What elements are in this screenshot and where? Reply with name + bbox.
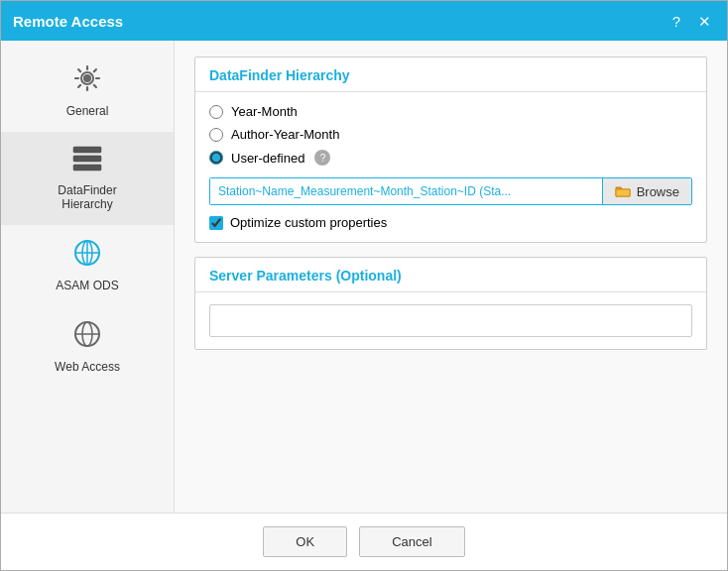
remote-access-dialog: Remote Access ? ✕ General — [0, 0, 728, 571]
main-content: DataFinder Hierarchy Year-Month Author-Y… — [175, 41, 727, 513]
radio-user-defined[interactable] — [209, 151, 223, 165]
radio-year-month[interactable] — [209, 105, 223, 119]
dialog-body: General DataFinderHierarchy — [1, 41, 727, 513]
optimize-label: Optimize custom properties — [230, 215, 387, 230]
hierarchy-radio-group: Year-Month Author-Year-Month User-define… — [209, 104, 692, 166]
svg-rect-4 — [73, 165, 101, 171]
svg-rect-2 — [73, 147, 101, 153]
server-params-body — [195, 292, 706, 349]
sidebar-webaccess-label: Web Access — [55, 360, 120, 374]
datafinder-panel: DataFinder Hierarchy Year-Month Author-Y… — [194, 57, 707, 243]
sidebar-item-general[interactable]: General — [1, 51, 174, 132]
datafinder-panel-body: Year-Month Author-Year-Month User-define… — [195, 92, 706, 242]
svg-point-0 — [83, 74, 91, 82]
radio-user-defined-label: User-defined — [231, 151, 304, 166]
ok-button[interactable]: OK — [263, 526, 347, 557]
dialog-title: Remote Access — [13, 13, 123, 30]
radio-item-author-year-month[interactable]: Author-Year-Month — [209, 127, 692, 142]
datafinder-panel-title: DataFinder Hierarchy — [195, 57, 706, 92]
web-access-icon — [73, 320, 101, 354]
asam-ods-icon — [73, 239, 101, 273]
radio-item-year-month[interactable]: Year-Month — [209, 104, 692, 119]
sidebar-item-web-access[interactable]: Web Access — [1, 306, 174, 388]
cancel-button[interactable]: Cancel — [359, 526, 464, 557]
gear-icon — [73, 64, 101, 98]
title-bar: Remote Access ? ✕ — [1, 1, 727, 41]
close-button[interactable]: ✕ — [694, 12, 715, 31]
title-bar-controls: ? ✕ — [668, 12, 715, 31]
radio-item-user-defined[interactable]: User-defined ? — [209, 150, 692, 166]
sidebar-datafinder-label: DataFinderHierarchy — [58, 183, 116, 211]
browse-row: Browse — [209, 177, 692, 205]
optimize-checkbox-row: Optimize custom properties — [209, 215, 692, 230]
browse-button[interactable]: Browse — [602, 178, 691, 204]
server-params-panel: Server Parameters (Optional) — [194, 257, 707, 350]
folder-icon — [615, 184, 631, 198]
radio-author-year-month-label: Author-Year-Month — [231, 127, 339, 142]
sidebar-item-datafinder[interactable]: DataFinderHierarchy — [1, 132, 174, 225]
user-defined-help-icon[interactable]: ? — [314, 150, 330, 166]
datafinder-icon — [72, 146, 102, 177]
dialog-footer: OK Cancel — [1, 513, 727, 570]
sidebar-general-label: General — [66, 104, 109, 118]
hierarchy-path-input[interactable] — [210, 178, 602, 204]
radio-author-year-month[interactable] — [209, 128, 223, 142]
server-params-input[interactable] — [209, 304, 692, 337]
sidebar: General DataFinderHierarchy — [1, 41, 175, 513]
sidebar-asam-label: ASAM ODS — [56, 279, 118, 292]
server-params-title: Server Parameters (Optional) — [195, 258, 706, 292]
optimize-checkbox[interactable] — [209, 216, 223, 230]
svg-rect-3 — [73, 156, 101, 162]
sidebar-item-asam-ods[interactable]: ASAM ODS — [1, 225, 174, 306]
help-button[interactable]: ? — [668, 12, 684, 31]
radio-year-month-label: Year-Month — [231, 104, 298, 119]
